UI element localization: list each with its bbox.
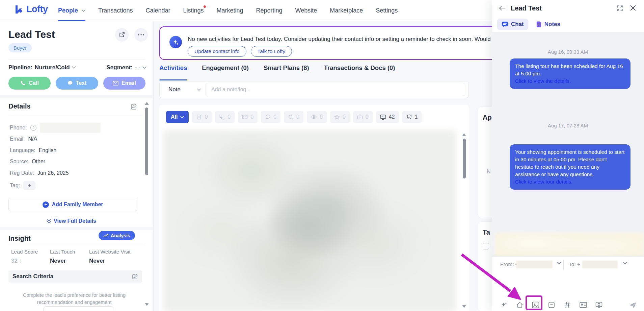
scroll-down-arrow[interactable] <box>462 305 466 308</box>
nav-item-calendar[interactable]: Calendar <box>145 0 170 21</box>
arrow-down-icon: ↓ <box>19 258 22 264</box>
nav-item-marketplace[interactable]: Marketplace <box>330 0 363 21</box>
from-selector[interactable]: From: - <box>500 261 517 267</box>
filter-chip-views[interactable]: 0 <box>307 111 327 123</box>
scroll-down-arrow[interactable] <box>145 303 149 306</box>
chat-message-area: Aug 16, 09:33 AM The listing tour has be… <box>492 33 644 256</box>
edit-search-criteria-button[interactable] <box>132 273 138 280</box>
divider <box>8 245 145 245</box>
screen-share-button[interactable] <box>591 301 607 309</box>
insert-image-button[interactable] <box>528 301 543 309</box>
analysis-button[interactable]: Analysis <box>99 231 135 240</box>
expand-button[interactable] <box>617 5 623 11</box>
view-tour-details-link[interactable]: Click to view tour details. <box>515 179 573 185</box>
trend-line-icon <box>103 234 109 237</box>
clipped-bottom-button[interactable] <box>43 306 114 311</box>
redacted-to-number <box>582 261 618 268</box>
filter-all-button[interactable]: All <box>166 111 189 123</box>
ai-assist-button[interactable] <box>496 301 512 309</box>
filter-chip-calls[interactable]: 0 <box>215 111 235 123</box>
nav-item-marketing[interactable]: Marketing <box>216 0 243 21</box>
scroll-up-arrow[interactable] <box>462 133 466 136</box>
edit-details-button[interactable] <box>131 103 137 110</box>
stat-last-touch: Last Touch Never <box>50 249 75 264</box>
chevron-down-icon[interactable] <box>623 262 627 265</box>
chevron-down-icon <box>197 89 201 91</box>
stat-lead-score: Lead Score 32 ↓ <box>11 249 38 264</box>
briefcase-icon <box>357 114 363 120</box>
talk-to-lofty-button[interactable]: Talk to Lofty <box>251 46 292 57</box>
view-details-link[interactable]: Click to view the details. <box>515 78 571 84</box>
email-button[interactable]: Email <box>103 77 145 90</box>
filter-chip-messages[interactable]: 0 <box>261 111 280 123</box>
nav-item-website[interactable]: Website <box>295 0 317 21</box>
template-button[interactable] <box>543 301 559 309</box>
hashtag-button[interactable] <box>559 301 575 309</box>
tab-smart-plans[interactable]: Smart Plans (8) <box>264 64 309 76</box>
filter-chip-emails[interactable]: 0 <box>238 111 258 123</box>
task-checkbox[interactable] <box>483 243 489 249</box>
share-button[interactable] <box>115 28 129 42</box>
plus-circle-icon <box>43 201 49 208</box>
home-icon <box>516 301 524 309</box>
left-panel-scrollbar[interactable] <box>145 107 148 175</box>
pipeline-selector[interactable]: Pipeline: Nurture/Cold <box>8 64 76 71</box>
divider <box>8 116 142 116</box>
tab-notes[interactable]: Notes <box>532 19 565 30</box>
tab-engagement[interactable]: Engagement (0) <box>202 64 249 76</box>
filter-chip-notes[interactable]: 0 <box>192 111 212 123</box>
note-type-select[interactable]: Note <box>160 86 206 93</box>
nav-item-reporting[interactable]: Reporting <box>256 0 283 21</box>
nav-item-transactions[interactable]: Transactions <box>98 0 133 21</box>
text-button[interactable]: Text <box>56 77 98 90</box>
tab-transactions-docs[interactable]: Transactions & Docs (0) <box>324 64 395 76</box>
message-timestamp: Aug 17, 07:28 AM <box>492 123 644 128</box>
nav-item-listings[interactable]: Listings <box>183 0 204 21</box>
filter-chip-searches[interactable]: 0 <box>284 111 303 123</box>
lead-type-badge: Buyer <box>8 43 32 52</box>
arrow-left-icon <box>499 5 506 11</box>
property-button[interactable] <box>512 301 528 309</box>
phone-icon <box>219 114 225 120</box>
chat-tab-icon <box>502 21 508 28</box>
detail-row-phone: Phone: ? <box>10 123 101 133</box>
tab-activities[interactable]: Activities <box>159 64 187 76</box>
segment-selector[interactable]: Segment: - - <box>106 64 146 71</box>
scroll-up-arrow[interactable] <box>145 102 149 105</box>
filter-chip-appointments[interactable]: 0 <box>353 111 373 123</box>
call-button[interactable]: Call <box>8 77 51 90</box>
back-button[interactable] <box>499 5 506 11</box>
to-selector[interactable]: To: + <box>569 261 580 267</box>
note-input[interactable] <box>206 83 465 96</box>
note-composer: Note <box>159 81 469 98</box>
chevron-down-icon <box>180 116 184 118</box>
activity-filter-row: All 0 0 0 0 0 <box>166 111 422 123</box>
divider <box>8 59 145 59</box>
detail-row-reg-date: Reg Date:Jun 26, 2025 <box>10 170 69 176</box>
close-panel-button[interactable] <box>630 5 636 11</box>
shield-check-icon <box>406 114 412 120</box>
page-title: Lead Test <box>8 29 55 40</box>
activity-scrollbar[interactable] <box>463 139 466 178</box>
add-tag-button[interactable] <box>23 181 35 190</box>
search-criteria-bar[interactable]: Search Criteria <box>8 270 142 283</box>
filter-chip-favorites[interactable]: 0 <box>330 111 350 123</box>
add-family-member-button[interactable]: Add Family Member <box>8 198 137 211</box>
send-button[interactable] <box>625 301 641 309</box>
filter-chip-website-activity[interactable]: 42 <box>376 111 399 123</box>
filter-chip-verified[interactable]: 1 <box>402 111 422 123</box>
edit-icon <box>132 273 138 280</box>
update-contact-info-button[interactable]: Update contact info <box>188 46 246 57</box>
more-actions-button[interactable] <box>134 28 148 42</box>
detail-row-language: Language:English <box>10 147 56 153</box>
lofty-logo[interactable]: Lofty <box>14 4 48 15</box>
nav-item-settings[interactable]: Settings <box>376 0 398 21</box>
nav-item-people[interactable]: People <box>58 0 85 21</box>
view-full-details-link[interactable]: View Full Details <box>47 218 96 224</box>
tab-chat[interactable]: Chat <box>497 19 528 30</box>
contact-card-button[interactable] <box>575 302 591 308</box>
redacted-phone-value <box>40 123 101 133</box>
chat-bubble: Your showing appointment is scheduled to… <box>510 144 630 190</box>
chevron-down-icon[interactable] <box>557 262 561 265</box>
help-icon[interactable]: ? <box>30 125 36 131</box>
